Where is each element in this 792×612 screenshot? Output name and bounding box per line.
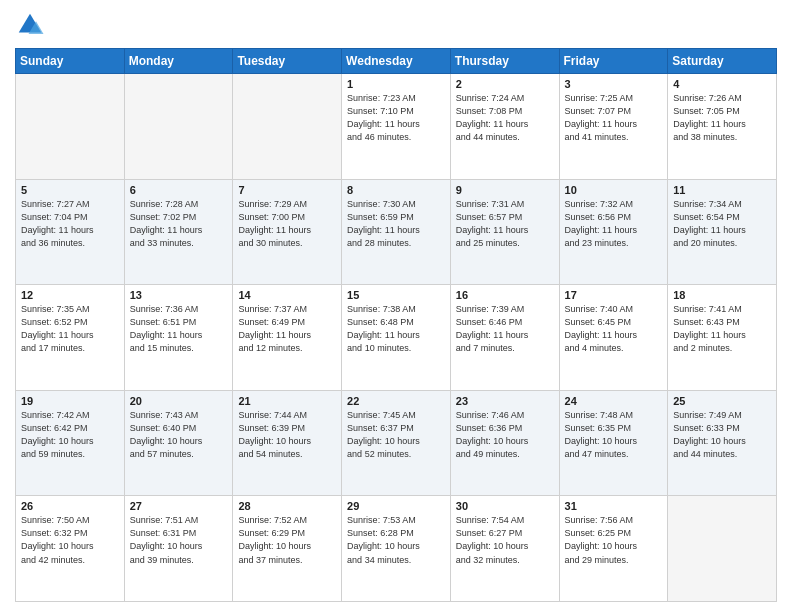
day-info: Sunrise: 7:51 AM Sunset: 6:31 PM Dayligh… [130,514,228,566]
calendar-cell: 19Sunrise: 7:42 AM Sunset: 6:42 PM Dayli… [16,390,125,496]
day-number: 8 [347,184,445,196]
day-info: Sunrise: 7:38 AM Sunset: 6:48 PM Dayligh… [347,303,445,355]
day-number: 26 [21,500,119,512]
calendar-cell: 18Sunrise: 7:41 AM Sunset: 6:43 PM Dayli… [668,285,777,391]
calendar-cell: 2Sunrise: 7:24 AM Sunset: 7:08 PM Daylig… [450,74,559,180]
day-number: 6 [130,184,228,196]
day-number: 2 [456,78,554,90]
day-info: Sunrise: 7:23 AM Sunset: 7:10 PM Dayligh… [347,92,445,144]
day-number: 4 [673,78,771,90]
day-info: Sunrise: 7:31 AM Sunset: 6:57 PM Dayligh… [456,198,554,250]
calendar-header-row: SundayMondayTuesdayWednesdayThursdayFrid… [16,49,777,74]
day-number: 20 [130,395,228,407]
calendar-cell: 11Sunrise: 7:34 AM Sunset: 6:54 PM Dayli… [668,179,777,285]
calendar-cell [16,74,125,180]
day-info: Sunrise: 7:30 AM Sunset: 6:59 PM Dayligh… [347,198,445,250]
day-info: Sunrise: 7:26 AM Sunset: 7:05 PM Dayligh… [673,92,771,144]
day-number: 22 [347,395,445,407]
calendar-cell: 16Sunrise: 7:39 AM Sunset: 6:46 PM Dayli… [450,285,559,391]
calendar-cell: 23Sunrise: 7:46 AM Sunset: 6:36 PM Dayli… [450,390,559,496]
calendar-cell: 27Sunrise: 7:51 AM Sunset: 6:31 PM Dayli… [124,496,233,602]
day-number: 21 [238,395,336,407]
calendar-cell: 26Sunrise: 7:50 AM Sunset: 6:32 PM Dayli… [16,496,125,602]
day-info: Sunrise: 7:28 AM Sunset: 7:02 PM Dayligh… [130,198,228,250]
day-header-sunday: Sunday [16,49,125,74]
day-number: 18 [673,289,771,301]
day-number: 12 [21,289,119,301]
calendar-cell: 12Sunrise: 7:35 AM Sunset: 6:52 PM Dayli… [16,285,125,391]
day-number: 13 [130,289,228,301]
logo [15,10,49,40]
day-number: 30 [456,500,554,512]
day-info: Sunrise: 7:46 AM Sunset: 6:36 PM Dayligh… [456,409,554,461]
day-info: Sunrise: 7:48 AM Sunset: 6:35 PM Dayligh… [565,409,663,461]
calendar-cell: 3Sunrise: 7:25 AM Sunset: 7:07 PM Daylig… [559,74,668,180]
week-row-3: 12Sunrise: 7:35 AM Sunset: 6:52 PM Dayli… [16,285,777,391]
day-header-thursday: Thursday [450,49,559,74]
day-info: Sunrise: 7:29 AM Sunset: 7:00 PM Dayligh… [238,198,336,250]
day-number: 28 [238,500,336,512]
page: SundayMondayTuesdayWednesdayThursdayFrid… [0,0,792,612]
calendar-cell: 4Sunrise: 7:26 AM Sunset: 7:05 PM Daylig… [668,74,777,180]
day-header-monday: Monday [124,49,233,74]
day-info: Sunrise: 7:43 AM Sunset: 6:40 PM Dayligh… [130,409,228,461]
calendar-cell: 17Sunrise: 7:40 AM Sunset: 6:45 PM Dayli… [559,285,668,391]
day-number: 7 [238,184,336,196]
day-info: Sunrise: 7:35 AM Sunset: 6:52 PM Dayligh… [21,303,119,355]
day-info: Sunrise: 7:52 AM Sunset: 6:29 PM Dayligh… [238,514,336,566]
calendar-cell: 1Sunrise: 7:23 AM Sunset: 7:10 PM Daylig… [342,74,451,180]
day-header-wednesday: Wednesday [342,49,451,74]
day-info: Sunrise: 7:56 AM Sunset: 6:25 PM Dayligh… [565,514,663,566]
calendar-cell: 8Sunrise: 7:30 AM Sunset: 6:59 PM Daylig… [342,179,451,285]
calendar-cell: 30Sunrise: 7:54 AM Sunset: 6:27 PM Dayli… [450,496,559,602]
day-info: Sunrise: 7:36 AM Sunset: 6:51 PM Dayligh… [130,303,228,355]
day-number: 24 [565,395,663,407]
calendar-cell: 31Sunrise: 7:56 AM Sunset: 6:25 PM Dayli… [559,496,668,602]
day-number: 25 [673,395,771,407]
week-row-5: 26Sunrise: 7:50 AM Sunset: 6:32 PM Dayli… [16,496,777,602]
day-info: Sunrise: 7:54 AM Sunset: 6:27 PM Dayligh… [456,514,554,566]
day-info: Sunrise: 7:40 AM Sunset: 6:45 PM Dayligh… [565,303,663,355]
calendar-cell: 21Sunrise: 7:44 AM Sunset: 6:39 PM Dayli… [233,390,342,496]
day-number: 10 [565,184,663,196]
calendar-cell: 9Sunrise: 7:31 AM Sunset: 6:57 PM Daylig… [450,179,559,285]
day-number: 14 [238,289,336,301]
day-info: Sunrise: 7:42 AM Sunset: 6:42 PM Dayligh… [21,409,119,461]
day-info: Sunrise: 7:24 AM Sunset: 7:08 PM Dayligh… [456,92,554,144]
logo-icon [15,10,45,40]
day-info: Sunrise: 7:53 AM Sunset: 6:28 PM Dayligh… [347,514,445,566]
calendar-cell: 20Sunrise: 7:43 AM Sunset: 6:40 PM Dayli… [124,390,233,496]
day-number: 11 [673,184,771,196]
day-header-saturday: Saturday [668,49,777,74]
day-info: Sunrise: 7:34 AM Sunset: 6:54 PM Dayligh… [673,198,771,250]
calendar-cell: 29Sunrise: 7:53 AM Sunset: 6:28 PM Dayli… [342,496,451,602]
calendar-cell: 10Sunrise: 7:32 AM Sunset: 6:56 PM Dayli… [559,179,668,285]
calendar-cell: 14Sunrise: 7:37 AM Sunset: 6:49 PM Dayli… [233,285,342,391]
day-number: 17 [565,289,663,301]
day-number: 16 [456,289,554,301]
day-header-tuesday: Tuesday [233,49,342,74]
week-row-4: 19Sunrise: 7:42 AM Sunset: 6:42 PM Dayli… [16,390,777,496]
calendar-cell: 28Sunrise: 7:52 AM Sunset: 6:29 PM Dayli… [233,496,342,602]
calendar-cell [233,74,342,180]
day-info: Sunrise: 7:25 AM Sunset: 7:07 PM Dayligh… [565,92,663,144]
calendar-cell [668,496,777,602]
calendar-cell: 24Sunrise: 7:48 AM Sunset: 6:35 PM Dayli… [559,390,668,496]
calendar-cell: 13Sunrise: 7:36 AM Sunset: 6:51 PM Dayli… [124,285,233,391]
calendar-cell: 7Sunrise: 7:29 AM Sunset: 7:00 PM Daylig… [233,179,342,285]
calendar-cell: 6Sunrise: 7:28 AM Sunset: 7:02 PM Daylig… [124,179,233,285]
day-info: Sunrise: 7:41 AM Sunset: 6:43 PM Dayligh… [673,303,771,355]
calendar-cell: 22Sunrise: 7:45 AM Sunset: 6:37 PM Dayli… [342,390,451,496]
day-info: Sunrise: 7:44 AM Sunset: 6:39 PM Dayligh… [238,409,336,461]
day-info: Sunrise: 7:27 AM Sunset: 7:04 PM Dayligh… [21,198,119,250]
day-number: 9 [456,184,554,196]
day-number: 5 [21,184,119,196]
calendar-cell: 15Sunrise: 7:38 AM Sunset: 6:48 PM Dayli… [342,285,451,391]
day-info: Sunrise: 7:45 AM Sunset: 6:37 PM Dayligh… [347,409,445,461]
calendar-cell: 25Sunrise: 7:49 AM Sunset: 6:33 PM Dayli… [668,390,777,496]
calendar-cell [124,74,233,180]
day-header-friday: Friday [559,49,668,74]
day-number: 19 [21,395,119,407]
day-info: Sunrise: 7:39 AM Sunset: 6:46 PM Dayligh… [456,303,554,355]
day-number: 3 [565,78,663,90]
